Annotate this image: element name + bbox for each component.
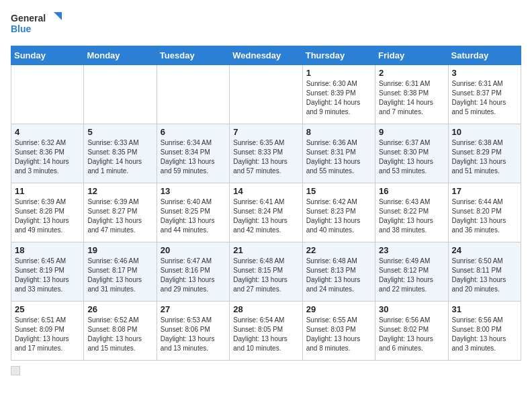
day-info: Sunrise: 6:48 AM Sunset: 8:15 PM Dayligh… xyxy=(233,257,298,294)
day-number: 26 xyxy=(87,304,152,314)
day-info: Sunrise: 6:40 AM Sunset: 8:25 PM Dayligh… xyxy=(161,197,226,235)
svg-text:General: General xyxy=(11,13,46,24)
calendar-header-row: SundayMondayTuesdayWednesdayThursdayFrid… xyxy=(11,46,521,65)
day-number: 21 xyxy=(233,245,298,255)
day-number: 9 xyxy=(379,127,444,137)
day-number: 1 xyxy=(306,68,371,78)
svg-text:Blue: Blue xyxy=(11,24,32,34)
day-info: Sunrise: 6:41 AM Sunset: 8:24 PM Dayligh… xyxy=(233,197,298,235)
day-info: Sunrise: 6:55 AM Sunset: 8:03 PM Dayligh… xyxy=(306,316,371,353)
day-info: Sunrise: 6:51 AM Sunset: 8:09 PM Dayligh… xyxy=(15,316,80,353)
day-number: 23 xyxy=(379,245,444,255)
calendar-cell: 2Sunrise: 6:31 AM Sunset: 8:38 PM Daylig… xyxy=(375,65,448,124)
day-info: Sunrise: 6:31 AM Sunset: 8:38 PM Dayligh… xyxy=(379,79,444,117)
day-number: 11 xyxy=(15,186,80,196)
calendar-cell: 24Sunrise: 6:50 AM Sunset: 8:11 PM Dayli… xyxy=(448,242,521,302)
calendar-cell: 16Sunrise: 6:43 AM Sunset: 8:22 PM Dayli… xyxy=(375,183,448,242)
day-number: 10 xyxy=(452,127,517,137)
calendar-cell xyxy=(230,65,302,124)
calendar-week-row: 18Sunrise: 6:45 AM Sunset: 8:19 PM Dayli… xyxy=(11,242,521,302)
calendar-cell: 26Sunrise: 6:52 AM Sunset: 8:08 PM Dayli… xyxy=(84,302,157,361)
day-number: 20 xyxy=(161,245,226,255)
day-number: 13 xyxy=(161,186,226,196)
day-number: 5 xyxy=(87,127,152,137)
calendar-week-row: 1Sunrise: 6:30 AM Sunset: 8:39 PM Daylig… xyxy=(11,65,521,124)
calendar-cell: 10Sunrise: 6:38 AM Sunset: 8:29 PM Dayli… xyxy=(448,124,521,183)
day-info: Sunrise: 6:42 AM Sunset: 8:23 PM Dayligh… xyxy=(306,197,371,235)
day-info: Sunrise: 6:31 AM Sunset: 8:37 PM Dayligh… xyxy=(452,79,517,117)
calendar-cell: 25Sunrise: 6:51 AM Sunset: 8:09 PM Dayli… xyxy=(11,302,84,361)
day-info: Sunrise: 6:36 AM Sunset: 8:31 PM Dayligh… xyxy=(306,138,371,176)
calendar-cell: 29Sunrise: 6:55 AM Sunset: 8:03 PM Dayli… xyxy=(302,302,375,361)
calendar-header-monday: Monday xyxy=(84,46,157,65)
day-info: Sunrise: 6:50 AM Sunset: 8:11 PM Dayligh… xyxy=(452,257,517,294)
calendar-cell: 8Sunrise: 6:36 AM Sunset: 8:31 PM Daylig… xyxy=(302,124,375,183)
calendar-cell: 22Sunrise: 6:48 AM Sunset: 8:13 PM Dayli… xyxy=(302,242,375,302)
calendar-cell: 21Sunrise: 6:48 AM Sunset: 8:15 PM Dayli… xyxy=(230,242,302,302)
day-info: Sunrise: 6:48 AM Sunset: 8:13 PM Dayligh… xyxy=(306,257,371,294)
logo-svg: General Blue xyxy=(11,11,64,38)
day-number: 12 xyxy=(87,186,152,196)
calendar-cell: 19Sunrise: 6:46 AM Sunset: 8:17 PM Dayli… xyxy=(84,242,157,302)
calendar-cell: 3Sunrise: 6:31 AM Sunset: 8:37 PM Daylig… xyxy=(448,65,521,124)
day-info: Sunrise: 6:35 AM Sunset: 8:33 PM Dayligh… xyxy=(233,138,298,176)
calendar-cell: 1Sunrise: 6:30 AM Sunset: 8:39 PM Daylig… xyxy=(302,65,375,124)
day-info: Sunrise: 6:52 AM Sunset: 8:08 PM Dayligh… xyxy=(87,316,152,353)
calendar-cell: 14Sunrise: 6:41 AM Sunset: 8:24 PM Dayli… xyxy=(230,183,302,242)
day-info: Sunrise: 6:46 AM Sunset: 8:17 PM Dayligh… xyxy=(87,257,152,294)
logo: General Blue xyxy=(11,11,64,38)
calendar-week-row: 25Sunrise: 6:51 AM Sunset: 8:09 PM Dayli… xyxy=(11,302,521,361)
day-number: 16 xyxy=(379,186,444,196)
day-info: Sunrise: 6:33 AM Sunset: 8:35 PM Dayligh… xyxy=(87,138,152,176)
calendar-cell: 4Sunrise: 6:32 AM Sunset: 8:36 PM Daylig… xyxy=(11,124,84,183)
svg-marker-2 xyxy=(54,12,62,20)
day-info: Sunrise: 6:56 AM Sunset: 8:02 PM Dayligh… xyxy=(379,316,444,353)
day-number: 7 xyxy=(233,127,298,137)
calendar-cell xyxy=(11,65,84,124)
legend-box xyxy=(11,366,20,375)
calendar-week-row: 4Sunrise: 6:32 AM Sunset: 8:36 PM Daylig… xyxy=(11,124,521,183)
calendar-cell: 12Sunrise: 6:39 AM Sunset: 8:27 PM Dayli… xyxy=(84,183,157,242)
day-info: Sunrise: 6:45 AM Sunset: 8:19 PM Dayligh… xyxy=(15,257,80,294)
calendar-cell: 23Sunrise: 6:49 AM Sunset: 8:12 PM Dayli… xyxy=(375,242,448,302)
calendar-cell: 28Sunrise: 6:54 AM Sunset: 8:05 PM Dayli… xyxy=(230,302,302,361)
calendar-cell: 15Sunrise: 6:42 AM Sunset: 8:23 PM Dayli… xyxy=(302,183,375,242)
calendar-week-row: 11Sunrise: 6:39 AM Sunset: 8:28 PM Dayli… xyxy=(11,183,521,242)
day-info: Sunrise: 6:38 AM Sunset: 8:29 PM Dayligh… xyxy=(452,138,517,176)
day-info: Sunrise: 6:34 AM Sunset: 8:34 PM Dayligh… xyxy=(161,138,226,176)
day-info: Sunrise: 6:54 AM Sunset: 8:05 PM Dayligh… xyxy=(233,316,298,353)
day-number: 2 xyxy=(379,68,444,78)
calendar-cell: 11Sunrise: 6:39 AM Sunset: 8:28 PM Dayli… xyxy=(11,183,84,242)
day-number: 6 xyxy=(161,127,226,137)
day-number: 14 xyxy=(233,186,298,196)
calendar-cell: 17Sunrise: 6:44 AM Sunset: 8:20 PM Dayli… xyxy=(448,183,521,242)
calendar-header-wednesday: Wednesday xyxy=(230,46,302,65)
day-info: Sunrise: 6:39 AM Sunset: 8:28 PM Dayligh… xyxy=(15,197,80,235)
calendar-cell: 13Sunrise: 6:40 AM Sunset: 8:25 PM Dayli… xyxy=(157,183,229,242)
calendar-table: SundayMondayTuesdayWednesdayThursdayFrid… xyxy=(11,46,521,361)
day-info: Sunrise: 6:56 AM Sunset: 8:00 PM Dayligh… xyxy=(452,316,517,353)
day-info: Sunrise: 6:37 AM Sunset: 8:30 PM Dayligh… xyxy=(379,138,444,176)
day-info: Sunrise: 6:53 AM Sunset: 8:06 PM Dayligh… xyxy=(161,316,226,353)
day-number: 4 xyxy=(15,127,80,137)
day-info: Sunrise: 6:49 AM Sunset: 8:12 PM Dayligh… xyxy=(379,257,444,294)
calendar-header-tuesday: Tuesday xyxy=(157,46,229,65)
day-number: 24 xyxy=(452,245,517,255)
footer xyxy=(11,366,521,375)
calendar-header-saturday: Saturday xyxy=(448,46,521,65)
calendar-cell: 30Sunrise: 6:56 AM Sunset: 8:02 PM Dayli… xyxy=(375,302,448,361)
day-info: Sunrise: 6:43 AM Sunset: 8:22 PM Dayligh… xyxy=(379,197,444,235)
day-info: Sunrise: 6:30 AM Sunset: 8:39 PM Dayligh… xyxy=(306,79,371,117)
day-number: 8 xyxy=(306,127,371,137)
header: General Blue xyxy=(11,11,521,38)
day-number: 27 xyxy=(161,304,226,314)
day-info: Sunrise: 6:47 AM Sunset: 8:16 PM Dayligh… xyxy=(161,257,226,294)
calendar-header-sunday: Sunday xyxy=(11,46,84,65)
day-number: 28 xyxy=(233,304,298,314)
calendar-header-thursday: Thursday xyxy=(302,46,375,65)
day-number: 25 xyxy=(15,304,80,314)
day-info: Sunrise: 6:32 AM Sunset: 8:36 PM Dayligh… xyxy=(15,138,80,176)
calendar-cell xyxy=(84,65,157,124)
day-number: 29 xyxy=(306,304,371,314)
day-number: 3 xyxy=(452,68,517,78)
